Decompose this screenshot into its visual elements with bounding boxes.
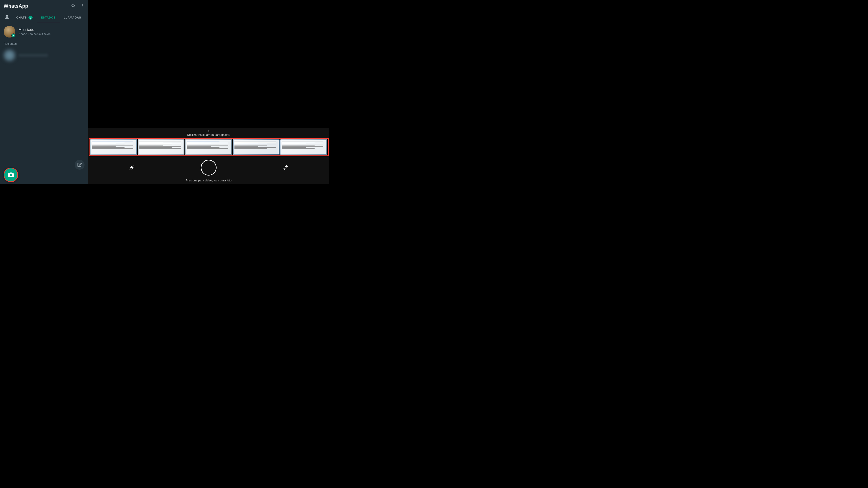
fab-area (0, 166, 88, 184)
recent-avatar-image (4, 50, 16, 61)
viewfinder-top-black (88, 0, 329, 27)
my-status-avatar-container: + (4, 26, 16, 37)
doc-content-2 (138, 140, 184, 154)
header-icons (71, 3, 85, 9)
camera-bottom-controls: ∧ Deslizar hacia arriba para galería (88, 128, 329, 184)
shutter-row (88, 157, 329, 179)
my-status-subtitle: Añade una actualización (19, 32, 51, 36)
recent-name-blurred (19, 54, 48, 57)
gallery-thumb-2[interactable] (138, 139, 184, 155)
tab-llamadas[interactable]: LLAMADAS (60, 13, 85, 22)
swipe-hint-text: Deslizar hacia arriba para galería (187, 133, 230, 136)
camera-panel: ∧ Deslizar hacia arriba para galería (88, 0, 329, 184)
tab-chats-label: CHATS (16, 16, 27, 19)
flip-camera-button[interactable] (281, 163, 290, 173)
my-status-name: Mi estado (19, 28, 51, 32)
gallery-thumb-3[interactable] (185, 139, 232, 155)
svg-point-4 (82, 6, 83, 7)
tabs-bar: CHATS 2 ESTADOS LLAMADAS (0, 12, 88, 23)
tab-llamadas-label: LLAMADAS (64, 16, 81, 19)
recent-info (19, 54, 85, 57)
add-status-button[interactable]: + (11, 33, 16, 37)
camera-viewfinder (88, 0, 329, 128)
flash-toggle[interactable] (127, 163, 137, 173)
svg-point-2 (82, 4, 83, 4)
gallery-strip[interactable] (89, 138, 328, 156)
swipe-hint: ∧ Deslizar hacia arriba para galería (88, 128, 329, 138)
more-options-icon[interactable] (80, 3, 85, 9)
svg-line-1 (74, 6, 75, 7)
tab-estados-label: ESTADOS (41, 16, 55, 19)
recent-avatar (4, 50, 16, 61)
my-status-item[interactable]: + Mi estado Añade una actualización (0, 23, 88, 40)
compose-fab[interactable] (74, 160, 85, 170)
recent-status-item[interactable] (0, 47, 88, 64)
chats-badge: 2 (29, 15, 33, 20)
app-header: WhatsApp (0, 0, 88, 12)
recientes-label: Recientes (0, 40, 88, 47)
doc-content-3 (186, 140, 231, 154)
doc-content-4 (234, 140, 279, 154)
tab-camera[interactable] (2, 12, 12, 23)
svg-point-5 (6, 17, 8, 18)
shutter-button[interactable] (201, 160, 217, 175)
doc-content-1 (91, 140, 136, 154)
tab-estados[interactable]: ESTADOS (37, 13, 59, 22)
svg-point-6 (10, 174, 12, 176)
tab-chats[interactable]: CHATS 2 (12, 12, 37, 23)
gallery-thumb-1[interactable] (90, 139, 137, 155)
whatsapp-panel: WhatsApp (0, 0, 88, 184)
swipe-arrow-icon: ∧ (208, 129, 210, 133)
svg-point-3 (82, 5, 83, 6)
doc-content-5 (281, 140, 326, 154)
gallery-thumb-5[interactable] (280, 139, 327, 155)
status-list: + Mi estado Añade una actualización Reci… (0, 23, 88, 166)
press-hint: Presiona para video, toca para foto (88, 179, 329, 184)
search-icon[interactable] (71, 3, 75, 9)
my-status-info: Mi estado Añade una actualización (19, 28, 51, 36)
camera-fab[interactable] (4, 168, 18, 182)
gallery-thumb-4[interactable] (233, 139, 280, 155)
app-title: WhatsApp (4, 3, 28, 9)
